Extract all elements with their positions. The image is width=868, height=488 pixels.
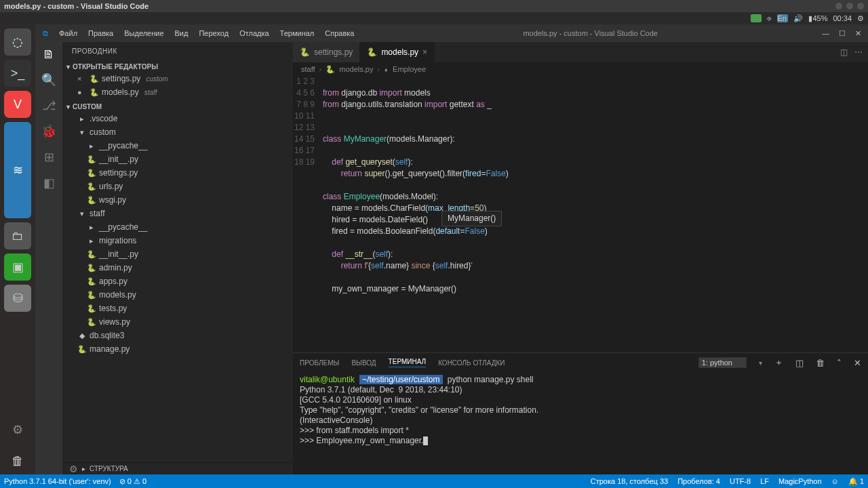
more-actions-icon[interactable]: ⋯: [854, 47, 863, 57]
panel-tab-debug-console[interactable]: Консоль отладки: [438, 359, 505, 367]
menu-file[interactable]: Файл: [54, 29, 82, 37]
file-item[interactable]: 🐍apps.py: [62, 274, 293, 288]
chevron-icon: ▸: [87, 237, 96, 245]
folder-item[interactable]: ▸.vscode: [62, 112, 293, 125]
tab-settings[interactable]: 🐍 settings.py: [293, 42, 360, 62]
dock-trash-icon[interactable]: 🗑: [4, 447, 31, 474]
file-item[interactable]: 🐍manage.py: [62, 342, 293, 356]
file-icon: 🐍: [87, 196, 96, 205]
dock-vivaldi-icon[interactable]: V: [4, 91, 31, 118]
file-item[interactable]: 🐍views.py: [62, 315, 293, 329]
file-item[interactable]: 🐍urls.py: [62, 180, 293, 193]
terminal[interactable]: vitalik@ubuntik ~/testing/user/custom py…: [293, 372, 868, 474]
activity-debug-icon[interactable]: 🐞: [41, 124, 56, 139]
wifi-icon[interactable]: ⎆: [767, 14, 772, 22]
menu-edit[interactable]: Правка: [83, 29, 118, 37]
status-cursor[interactable]: Строка 18, столбец 33: [591, 477, 668, 486]
folder-item[interactable]: ▾staff: [62, 207, 293, 220]
activity-extensions-icon[interactable]: ⊞: [44, 150, 54, 165]
tray-indicator-icon[interactable]: [751, 14, 762, 22]
new-terminal-icon[interactable]: ＋: [774, 357, 783, 369]
close-icon[interactable]: ×: [77, 75, 87, 83]
chevron-icon: ▾: [77, 209, 87, 218]
dock-vscode-icon[interactable]: ≋: [4, 122, 31, 218]
close-panel-icon[interactable]: ✕: [854, 358, 861, 368]
editor-area: 🐍 settings.py 🐍 models.py × ◫ ⋯: [293, 42, 868, 474]
dock-terminal-icon[interactable]: >_: [4, 60, 31, 87]
status-eol[interactable]: LF: [760, 477, 769, 486]
file-icon: 🐍: [87, 318, 96, 327]
menu-go[interactable]: Переход: [194, 29, 233, 37]
vscode-logo-icon: ⧉: [38, 29, 53, 38]
file-item[interactable]: 🐍tests.py: [62, 302, 293, 315]
panel-tab-terminal[interactable]: Терминал: [389, 358, 427, 367]
open-editor-item[interactable]: ●🐍models.pystaff: [62, 85, 293, 99]
os-maximize-icon[interactable]: [846, 3, 853, 9]
menu-view[interactable]: Вид: [170, 29, 193, 37]
file-item[interactable]: 🐍wsgi.py: [62, 193, 293, 207]
status-language[interactable]: MagicPython: [778, 477, 822, 486]
file-item[interactable]: 🐍__init__.py: [62, 152, 293, 166]
volume-icon[interactable]: 🔊: [793, 14, 803, 23]
open-editors-header[interactable]: ▾ Открытые редакторы: [62, 62, 293, 72]
os-minimize-icon[interactable]: [835, 3, 842, 9]
split-terminal-icon[interactable]: ◫: [795, 358, 804, 368]
file-item[interactable]: 🐍settings.py: [62, 166, 293, 180]
maximize-icon[interactable]: ☐: [839, 29, 846, 38]
status-indent[interactable]: Пробелов: 4: [677, 477, 720, 486]
split-editor-icon[interactable]: ◫: [840, 47, 848, 57]
terminal-selector[interactable]: 1: python: [698, 357, 747, 368]
settings-icon[interactable]: ⚙: [69, 464, 78, 474]
dock-dash-icon[interactable]: ◌: [4, 28, 31, 56]
lang-indicator[interactable]: En: [777, 14, 788, 22]
menu-selection[interactable]: Выделение: [119, 29, 168, 37]
os-close-icon[interactable]: [857, 3, 864, 9]
dock-app-icon[interactable]: ▣: [4, 253, 31, 281]
signature-hint: MyManager(): [441, 211, 502, 226]
kill-terminal-icon[interactable]: 🗑: [816, 358, 825, 368]
folder-item[interactable]: ▸__pycache__: [62, 220, 293, 234]
file-item[interactable]: 🐍__init__.py: [62, 247, 293, 261]
panel-tab-problems[interactable]: Проблемы: [300, 359, 339, 367]
panel-tab-output[interactable]: Вывод: [351, 359, 376, 367]
minimize-icon[interactable]: —: [822, 29, 829, 38]
os-titlebar: models.py - custom - Visual Studio Code: [0, 0, 868, 12]
dock-disk-icon[interactable]: ⛁: [4, 285, 31, 312]
tab-close-icon[interactable]: ×: [422, 47, 427, 57]
battery-icon[interactable]: ▮45%: [808, 14, 827, 23]
tab-models[interactable]: 🐍 models.py ×: [360, 42, 435, 62]
activity-scm-icon[interactable]: ⎇: [42, 98, 56, 113]
system-gear-icon[interactable]: ⚙: [857, 14, 864, 23]
workspace-header[interactable]: ▾ CUSTOM: [62, 102, 293, 112]
status-feedback-icon[interactable]: ☺: [831, 477, 839, 486]
menu-terminal[interactable]: Терминал: [275, 29, 319, 37]
status-python[interactable]: Python 3.7.1 64-bit ('user': venv): [4, 477, 111, 486]
sidebar: Проводник ▾ Открытые редакторы ×🐍setting…: [62, 42, 293, 474]
close-icon[interactable]: ✕: [855, 29, 861, 38]
folder-item[interactable]: ▸migrations: [62, 234, 293, 247]
file-item[interactable]: ◆db.sqlite3: [62, 329, 293, 342]
status-notifications-icon[interactable]: 🔔 1: [848, 477, 864, 486]
file-icon: 🐍: [87, 250, 96, 259]
status-problems[interactable]: ⊘ 0 ⚠ 0: [119, 477, 146, 486]
activity-explorer-icon[interactable]: 🗎: [43, 47, 55, 62]
modified-icon[interactable]: ●: [77, 88, 87, 96]
menu-debug[interactable]: Отладка: [235, 29, 273, 37]
file-item[interactable]: 🐍admin.py: [62, 261, 293, 274]
activity-extra-icon[interactable]: ◧: [43, 176, 55, 190]
open-editor-item[interactable]: ×🐍settings.pycustom: [62, 72, 293, 85]
breadcrumb[interactable]: staff› 🐍 models.py› ⬧ Employee: [293, 62, 868, 76]
dock-settings-icon[interactable]: ⚙: [4, 416, 31, 443]
activity-search-icon[interactable]: 🔍: [41, 73, 56, 87]
clock[interactable]: 00:34: [833, 14, 852, 22]
menu-help[interactable]: Справка: [320, 29, 359, 37]
dock-files-icon[interactable]: 🗀: [4, 222, 31, 249]
statusbar: Python 3.7.1 64-bit ('user': venv) ⊘ 0 ⚠…: [0, 474, 868, 488]
outline-header[interactable]: ⚙ ▸ Структура: [62, 462, 293, 474]
code-editor[interactable]: 1 2 3 4 5 6 7 8 9 10 11 12 13 14 15 16 1…: [293, 76, 868, 352]
status-encoding[interactable]: UTF-8: [730, 477, 751, 486]
folder-item[interactable]: ▾custom: [62, 125, 293, 139]
maximize-panel-icon[interactable]: ˄: [837, 358, 842, 368]
folder-item[interactable]: ▸__pycache__: [62, 139, 293, 152]
file-item[interactable]: 🐍models.py: [62, 288, 293, 302]
